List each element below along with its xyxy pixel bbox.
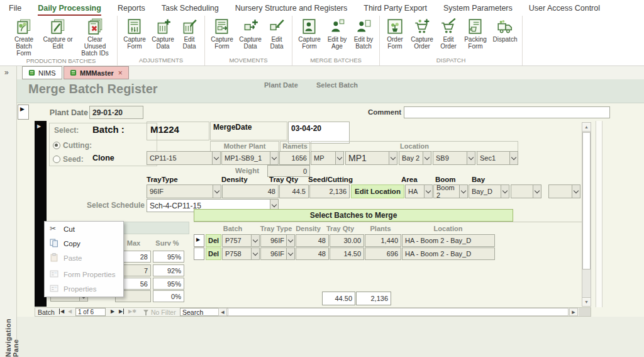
delete-row-button[interactable]: Del [206, 247, 221, 260]
dropdown-arrow-icon[interactable] [212, 152, 220, 164]
menu-daily-processing[interactable]: Daily Processing [38, 4, 101, 13]
menu-nursery-structure[interactable]: Nursery Structure and Registers [235, 4, 348, 13]
edit-by-age-button[interactable]: Edit by Age [324, 16, 350, 50]
merge-location-field[interactable]: HA - Boom 2 - Bay_D [402, 234, 495, 247]
dropdown-arrow-icon[interactable] [467, 152, 475, 164]
capture-order-button[interactable]: Capture Order [408, 16, 436, 50]
merge-date-field[interactable]: 03-04-20 [288, 122, 350, 144]
row-selector[interactable]: ▶ [194, 234, 204, 247]
scroll-up-icon[interactable]: ▲ [582, 123, 591, 132]
dispatch-button[interactable]: Dispatch [491, 16, 519, 43]
menu-user-access-control[interactable]: User Access Control [529, 4, 600, 13]
movements-capture-data-button[interactable]: Capture Data [236, 16, 264, 50]
dropdown-arrow-icon[interactable] [213, 185, 221, 198]
horizontal-scrollbar-thumb[interactable] [228, 308, 569, 316]
location-bay2-combo[interactable]: Bay 2 [399, 151, 431, 165]
ramets-field[interactable]: 1656 [279, 151, 310, 165]
merge-tray-qty-field[interactable]: 30.00 [330, 234, 364, 247]
create-batch-form-button[interactable]: Create Batch Form [8, 16, 40, 57]
delete-row-button[interactable]: Del [206, 234, 221, 247]
tray-qty-field[interactable]: 44.5 [279, 184, 309, 198]
surv-field[interactable]: 95% [153, 278, 184, 290]
dropdown-arrow-icon[interactable] [572, 185, 580, 198]
movements-capture-form-button[interactable]: Capture Form [208, 16, 236, 50]
dropdown-arrow-icon[interactable] [335, 152, 343, 164]
capture-or-edit-button[interactable]: Capture or Edit [40, 16, 75, 50]
scroll-right-icon[interactable]: ▶ [569, 308, 578, 316]
dropdown-arrow-icon[interactable] [459, 185, 467, 198]
adjustments-capture-data-button[interactable]: Capture Data [149, 16, 177, 50]
menu-third-party-export[interactable]: Third Party Export [364, 4, 427, 13]
dropdown-arrow-icon[interactable] [509, 152, 518, 164]
last-record-icon[interactable]: ▶ [119, 309, 124, 314]
cutting-radio[interactable] [53, 142, 60, 149]
menu-system-parameters[interactable]: System Parameters [443, 4, 513, 13]
menu-reports[interactable]: Reports [118, 4, 145, 13]
clear-unused-batch-ids-button[interactable]: Clear Unused Batch IDs [75, 16, 114, 57]
area-combo[interactable]: HA [405, 184, 433, 198]
dropdown-arrow-icon[interactable] [286, 235, 294, 246]
mother-plant-combo[interactable]: MP1-SB9_1 [221, 151, 279, 165]
extra-location-combo-1[interactable] [511, 184, 541, 198]
dropdown-arrow-icon[interactable] [251, 248, 259, 259]
movements-edit-data-button[interactable]: Edit Data [264, 16, 289, 50]
location-mp-combo[interactable]: MP [311, 151, 344, 165]
location-sec1-combo[interactable]: Sec1 [477, 151, 518, 165]
dropdown-arrow-icon[interactable] [389, 152, 397, 164]
menu-task-scheduling[interactable]: Task Scheduling [162, 4, 219, 13]
context-menu-copy[interactable]: Copy [45, 236, 123, 251]
merge-location-field[interactable]: HA - Boom 2 - Bay_D [402, 247, 495, 260]
adjustments-edit-data-button[interactable]: Edit Data [177, 16, 202, 50]
merge-tray-type-combo[interactable]: 96IF [260, 247, 295, 260]
merge-density-field[interactable]: 48 [296, 247, 329, 260]
merge-batch-combo[interactable]: P757 [222, 234, 260, 247]
order-form-button[interactable]: Order Form [382, 16, 408, 50]
scroll-down-icon[interactable]: ▼ [582, 297, 591, 306]
dropdown-arrow-icon[interactable] [533, 185, 541, 198]
plant-date-field[interactable]: 29-01-20 [89, 106, 143, 119]
density-field[interactable]: 48 [222, 184, 279, 198]
dropdown-arrow-icon[interactable] [251, 235, 259, 246]
merge-density-field[interactable]: 48 [296, 234, 329, 247]
expand-navigation-pane-icon[interactable]: » [4, 68, 9, 77]
edit-location-button[interactable]: Edit Location [351, 184, 404, 198]
dropdown-arrow-icon[interactable] [424, 185, 432, 198]
merge-tray-qty-field[interactable]: 14.50 [330, 247, 364, 260]
row-selector[interactable] [194, 247, 204, 260]
surv-field[interactable]: 95% [153, 251, 184, 263]
boom-combo[interactable]: Boom 2 [433, 184, 468, 198]
tab-mmmaster[interactable]: MMMaster × [64, 66, 129, 79]
scroll-left-icon[interactable]: ◀ [218, 308, 227, 316]
location-mp1-combo[interactable]: MP1 [345, 151, 397, 165]
record-position-field[interactable]: 1 of 6 [75, 308, 106, 316]
navigation-pane-collapsed[interactable]: » Navigation Pane [0, 66, 17, 357]
adjustments-capture-form-button[interactable]: Capture Form [120, 16, 149, 50]
tab-nims[interactable]: NIMS [22, 66, 62, 79]
dropdown-arrow-icon[interactable] [286, 248, 294, 259]
surv-field[interactable]: 92% [153, 264, 184, 276]
edit-order-button[interactable]: Edit Order [436, 16, 460, 50]
previous-record-icon[interactable]: ◀ [68, 309, 72, 314]
merge-capture-form-button[interactable]: Capture Form [295, 16, 324, 50]
vertical-scrollbar[interactable]: ▲ ▼ [582, 122, 591, 307]
record-selector[interactable]: ▶ [18, 105, 29, 120]
bay-combo[interactable]: Bay_D [469, 184, 509, 198]
seed-cutting-field[interactable]: 2,136 [309, 184, 350, 198]
clone-combo[interactable]: CP11-15 [147, 151, 221, 165]
merge-batch-combo[interactable]: P758 [222, 247, 260, 260]
next-record-icon[interactable]: ▶ [111, 309, 114, 314]
seed-radio[interactable] [53, 156, 60, 163]
scrollbar-thumb[interactable] [582, 132, 591, 269]
tray-type-combo[interactable]: 96IF [147, 184, 221, 198]
extra-location-combo-2[interactable] [548, 184, 580, 198]
dropdown-arrow-icon[interactable] [423, 152, 431, 164]
merge-plants-field[interactable]: 1,440 [365, 234, 401, 247]
dropdown-arrow-icon[interactable] [501, 185, 509, 198]
location-sb9-combo[interactable]: SB9 [433, 151, 475, 165]
first-record-icon[interactable]: ◀ [59, 309, 64, 314]
surv-field[interactable]: 0% [153, 290, 184, 302]
menu-file[interactable]: File [9, 4, 21, 13]
batch-number-field[interactable]: M1224 [150, 124, 179, 135]
new-record-icon[interactable]: ▶✱ [128, 309, 136, 314]
comment-field[interactable] [404, 106, 610, 118]
